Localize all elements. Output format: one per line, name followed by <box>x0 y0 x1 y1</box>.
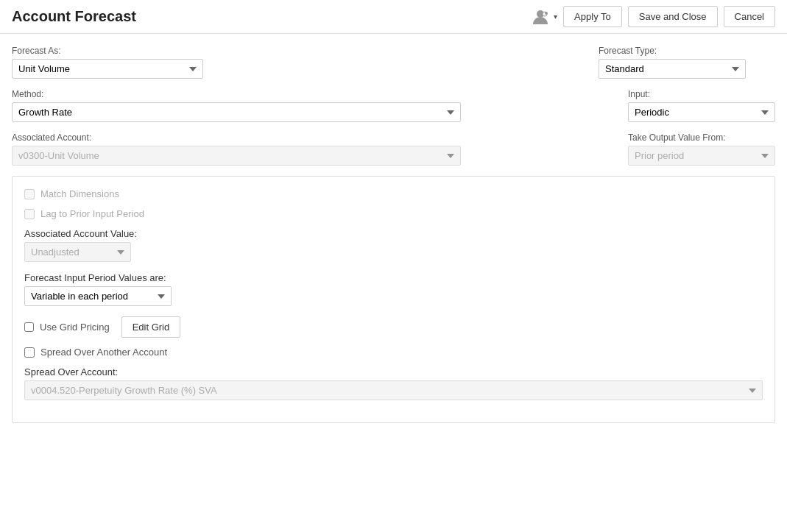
save-close-button[interactable]: Save and Close <box>628 6 718 27</box>
associated-account-group: Associated Account: v0300-Unit Volume <box>12 132 616 166</box>
user-icon <box>530 7 551 27</box>
cancel-button[interactable]: Cancel <box>724 6 775 27</box>
forecast-input-label: Forecast Input Period Values are: <box>24 272 763 283</box>
associated-account-label: Associated Account: <box>12 132 616 143</box>
input-label: Input: <box>628 89 775 99</box>
edit-grid-button[interactable]: Edit Grid <box>121 316 181 338</box>
lag-prior-checkbox[interactable] <box>24 209 35 219</box>
forecast-as-select[interactable]: Unit Volume <box>12 59 203 79</box>
page-title: Account Forecast <box>12 8 530 25</box>
assoc-account-value-select: Unadjusted <box>24 242 131 262</box>
associated-account-select: v0300-Unit Volume <box>12 146 461 166</box>
match-dimensions-label: Match Dimensions <box>40 188 119 199</box>
use-grid-row: Use Grid Pricing Edit Grid <box>24 316 763 338</box>
options-section: Match Dimensions Lag to Prior Input Peri… <box>12 176 775 423</box>
user-chevron-icon: ▾ <box>554 13 557 21</box>
content: Forecast As: Unit Volume Forecast Type: … <box>0 34 787 532</box>
associated-account-row: Associated Account: v0300-Unit Volume Ta… <box>12 132 775 166</box>
forecast-input-group: Forecast Input Period Values are: Variab… <box>24 272 763 306</box>
spread-over-account-select: v0004.520-Perpetuity Growth Rate (%) SVA <box>24 380 763 400</box>
use-grid-label: Use Grid Pricing <box>40 322 110 333</box>
method-group: Method: Growth Rate <box>12 89 616 122</box>
spread-over-account-label: Spread Over Account: <box>24 366 763 377</box>
take-output-group: Take Output Value From: Prior period <box>628 132 775 166</box>
header: Account Forecast ▾ Apply To Save and Clo… <box>0 0 787 34</box>
take-output-label: Take Output Value From: <box>628 132 775 143</box>
method-label: Method: <box>12 89 616 99</box>
spread-over-row: Spread Over Another Account <box>24 347 763 358</box>
forecast-row: Forecast As: Unit Volume Forecast Type: … <box>12 46 775 79</box>
method-row: Method: Growth Rate Input: Periodic <box>12 89 775 122</box>
lag-prior-label: Lag to Prior Input Period <box>40 208 144 219</box>
forecast-as-group: Forecast As: Unit Volume <box>12 46 294 79</box>
assoc-account-value-group: Associated Account Value: Unadjusted <box>24 228 763 262</box>
input-select[interactable]: Periodic <box>628 102 775 122</box>
forecast-type-group: Forecast Type: Standard <box>599 46 775 79</box>
forecast-type-select[interactable]: Standard <box>599 59 746 79</box>
svg-point-2 <box>545 12 548 15</box>
forecast-type-label: Forecast Type: <box>599 46 775 56</box>
match-dimensions-checkbox[interactable] <box>24 189 35 199</box>
spread-over-account-group: Spread Over Account: v0004.520-Perpetuit… <box>24 366 763 400</box>
forecast-input-select[interactable]: Variable in each period <box>24 286 172 306</box>
assoc-account-value-label: Associated Account Value: <box>24 228 763 239</box>
take-output-select: Prior period <box>628 146 775 166</box>
user-icon-wrapper[interactable]: ▾ <box>530 7 557 27</box>
spread-over-checkbox[interactable] <box>24 347 35 358</box>
apply-to-button[interactable]: Apply To <box>563 6 622 27</box>
lag-prior-row: Lag to Prior Input Period <box>24 208 763 219</box>
method-select[interactable]: Growth Rate <box>12 102 461 122</box>
input-group: Input: Periodic <box>628 89 775 122</box>
header-actions: ▾ Apply To Save and Close Cancel <box>530 6 775 27</box>
use-grid-checkbox[interactable] <box>24 322 34 332</box>
spread-over-label: Spread Over Another Account <box>40 347 167 358</box>
forecast-as-label: Forecast As: <box>12 46 294 56</box>
match-dimensions-row: Match Dimensions <box>24 188 763 199</box>
